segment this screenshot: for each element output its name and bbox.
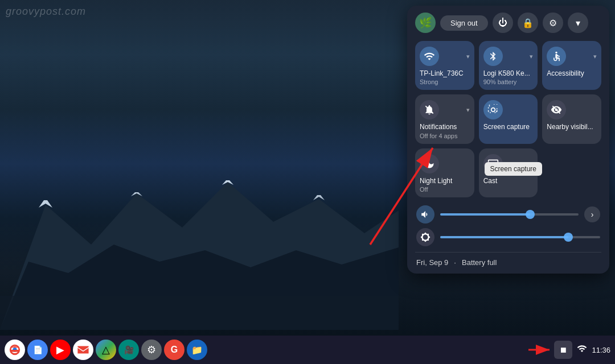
brightness-track[interactable] [440,236,600,238]
screen-capture-icon [483,100,503,119]
screen-capture-label: Screen capture [483,123,530,131]
volume-expand-button[interactable]: › [584,206,600,222]
wifi-sublabel: Strong [420,78,438,85]
quick-settings-panel: 🌿 Sign out ⏻ 🔒 ⚙ ▾ ▾ TP-Link_736C Strong [407,6,609,274]
brightness-fill [440,236,568,238]
notif-sublabel: Off for 4 apps [420,133,457,139]
wifi-expand-icon: ▾ [466,53,470,60]
taskbar-chrome[interactable] [5,340,25,360]
taskbar-system-tray: ⏹ 11:36 [554,341,610,359]
taskbar-meet[interactable]: 🎥 [118,340,139,360]
taskbar-wifi-icon[interactable] [577,344,587,356]
tray-screen-recorder[interactable]: ⏹ [554,341,572,359]
power-button[interactable]: ⏻ [493,13,513,33]
panel-divider [415,252,601,253]
chevron-down-button[interactable]: ▾ [568,13,588,33]
panel-topbar: 🌿 Sign out ⏻ 🔒 ⚙ ▾ [415,13,601,33]
status-battery: Battery full [462,258,497,267]
status-separator: · [454,258,456,267]
bluetooth-tile[interactable]: ▾ Logi K580 Ke... 90% battery [479,41,538,90]
taskbar-apps: 📄 ▶ △ 🎥 ⚙ G 📁 [5,340,526,360]
user-avatar[interactable]: 🌿 [415,13,436,33]
status-date: Fri, Sep 9 [416,258,448,267]
wifi-label: TP-Link_736C [420,69,464,77]
night-light-label: Night Light [420,177,452,185]
bt-label: Logi K580 Ke... [483,69,530,77]
taskbar-time: 11:36 [592,346,610,354]
volume-thumb[interactable] [526,210,535,219]
taskbar-drive[interactable]: △ [96,340,116,360]
taskbar-arrow [526,340,554,360]
bluetooth-icon [483,47,503,66]
bt-sublabel: 90% battery [483,78,517,85]
svg-rect-6 [0,296,399,330]
settings-button[interactable]: ⚙ [543,13,563,33]
screen-capture-tooltip: Screen capture [485,162,542,176]
mountain-silhouette [0,159,399,330]
volume-fill [440,213,530,216]
taskbar: 📄 ▶ △ 🎥 ⚙ G 📁 [0,336,615,364]
brightness-slider-row [415,226,601,249]
notifications-tile[interactable]: ▾ Notifications Off for 4 apps [415,94,474,143]
brightness-icon[interactable] [416,228,434,246]
watermark-text: groovypost.com [6,6,86,18]
taskbar-gmail[interactable] [73,340,93,360]
acc-expand-icon: ▾ [593,53,597,60]
taskbar-settings[interactable]: ⚙ [141,340,162,360]
volume-icon[interactable] [416,205,434,224]
taskbar-docs[interactable]: 📄 [27,340,48,360]
lock-button[interactable]: 🔒 [518,13,538,33]
notif-label: Notifications [420,123,457,131]
volume-slider-row: › [415,203,601,226]
accessibility-icon [547,47,566,66]
screen-capture-tile[interactable]: Screen capture [479,94,538,143]
tooltip-text: Screen capture [490,165,536,173]
acc-label: Accessibility [547,69,584,77]
nearby-label: Nearby visibil... [547,123,593,131]
svg-point-9 [556,52,557,53]
cast-label: Cast [483,177,498,185]
night-light-sublabel: Off [420,186,428,193]
night-light-icon [420,154,439,173]
panel-status-bar: Fri, Sep 9 · Battery full [415,256,601,267]
nearby-icon [547,100,566,119]
accessibility-tile[interactable]: ▾ Accessibility [542,41,601,90]
nearby-visibility-tile[interactable]: Nearby visibil... [542,94,601,143]
volume-track[interactable] [440,213,579,216]
wifi-icon [420,47,439,66]
notifications-icon [420,100,439,119]
wifi-tile[interactable]: ▾ TP-Link_736C Strong [415,41,474,90]
night-light-tile[interactable]: Night Light Off [415,148,474,197]
bt-expand-icon: ▾ [530,53,533,60]
brightness-thumb[interactable] [564,233,573,242]
notif-expand-icon: ▾ [466,106,470,114]
taskbar-files[interactable]: 📁 [187,340,207,360]
sign-out-button[interactable]: Sign out [440,15,488,31]
taskbar-youtube[interactable]: ▶ [50,340,71,360]
taskbar-google[interactable]: G [164,340,184,360]
